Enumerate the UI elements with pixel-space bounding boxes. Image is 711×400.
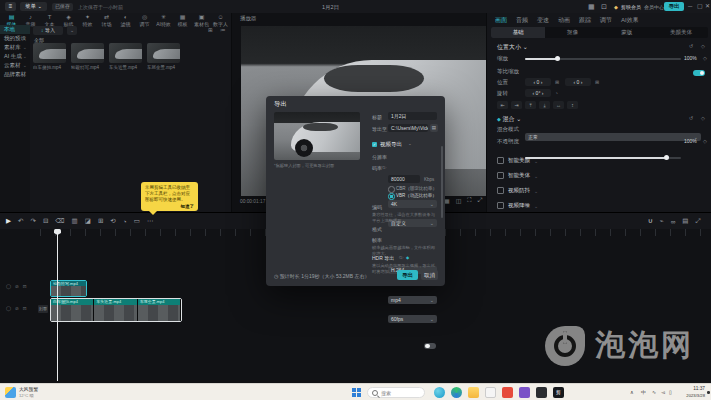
blend-reset-icon[interactable]: ↺ xyxy=(689,115,693,121)
keyframe-icon[interactable]: ◇ xyxy=(701,43,705,49)
inspector-tab[interactable]: 动画 xyxy=(558,16,570,25)
layout-switch-icon[interactable]: ▦ xyxy=(588,3,595,10)
position-x-stepper[interactable]: ‹ 0 › xyxy=(525,78,551,86)
rotate-stepper[interactable]: ‹ 0° › xyxy=(525,89,551,97)
blend-keyframe-icon[interactable]: ◇ xyxy=(701,115,705,121)
inspector-tab[interactable]: 画面 xyxy=(495,16,507,25)
media-tab[interactable]: ▤ 媒体 xyxy=(2,14,21,25)
scale-slider[interactable] xyxy=(525,58,681,60)
video-export-checkbox[interactable]: ✓ xyxy=(372,142,377,147)
uniform-scale-toggle[interactable] xyxy=(693,70,705,76)
sort-icon[interactable]: ≔ xyxy=(220,27,226,33)
collapsed-section[interactable]: 视频降噪 ⌄ xyxy=(497,198,707,212)
media-nav-item[interactable]: 本地 xyxy=(0,25,30,34)
timeline-option-icon[interactable]: ▤ xyxy=(682,217,688,225)
playhead[interactable] xyxy=(57,229,58,381)
maximize-button[interactable]: ▢ xyxy=(697,3,703,10)
timeline-tool-icon[interactable]: ◪ xyxy=(85,217,91,225)
minimize-button[interactable]: ─ xyxy=(688,3,692,10)
section-blend[interactable]: ◆ 混合 ⌄ xyxy=(497,115,521,124)
position-y-keyframe-icon[interactable]: ⊞ xyxy=(595,79,599,85)
scale-slider-knob[interactable] xyxy=(555,56,560,61)
section-checkbox[interactable] xyxy=(497,172,504,179)
vip-center-link[interactable]: 会员中心 xyxy=(644,4,664,10)
input-method-indicator[interactable]: 中 xyxy=(641,389,646,395)
alignment-icon[interactable]: ⤒ xyxy=(525,101,536,109)
media-clip[interactable]: 车头近景.mp4 xyxy=(109,43,142,70)
media-tab[interactable]: ⇄ 转场 xyxy=(97,14,116,25)
taskbar-search[interactable]: 搜索 xyxy=(367,387,425,398)
tooltip-got-it-button[interactable]: 知道了 xyxy=(181,204,195,209)
timeline-tool-icon[interactable]: ↶ xyxy=(18,217,23,225)
timeline-tool-icon[interactable]: ⋯ xyxy=(147,217,154,225)
inspector-subtab[interactable]: 美颜美体 xyxy=(654,27,708,38)
clip-segment[interactable]: 车头近景.mp4 xyxy=(94,299,137,321)
media-clip[interactable]: 白车侧拍.mp4 xyxy=(33,43,66,70)
start-button[interactable] xyxy=(352,388,361,397)
inspector-subtab[interactable]: 基础 xyxy=(491,27,545,38)
scale-keyframe-icon[interactable]: ◇ xyxy=(703,55,707,61)
section-checkbox[interactable] xyxy=(497,202,504,209)
taskbar-app-icon[interactable] xyxy=(536,387,547,398)
timeline-tool-icon[interactable]: ↷ xyxy=(30,217,35,225)
fps-dropdown[interactable]: 60fps xyxy=(388,315,437,323)
title-field-input[interactable]: 1月2日 xyxy=(388,112,437,120)
track-mute-icon[interactable]: ⊘ xyxy=(15,284,19,289)
timeline-clip-main[interactable]: 白车侧拍.mp4 车头近景.mp4 车尾全景.mp4 xyxy=(50,298,182,322)
import-options-button[interactable]: ⌄ xyxy=(67,26,77,35)
section-checkbox[interactable] xyxy=(497,187,504,194)
collapsed-section[interactable]: 智能美颜 ⌄ xyxy=(497,153,707,168)
cover-chip[interactable]: 封面 xyxy=(38,305,48,313)
media-clip[interactable]: 车尾全景.mp4 xyxy=(147,43,180,70)
timeline-tool-icon[interactable]: ⊟ xyxy=(43,217,48,225)
rotate-knob-icon[interactable]: ◔ xyxy=(555,90,558,96)
tray-expand-icon[interactable]: ∧ xyxy=(630,389,634,395)
inspector-tab[interactable]: AI效果 xyxy=(621,16,639,25)
collapsed-section[interactable]: 视频防抖 ⌄ xyxy=(497,183,707,198)
notification-dot[interactable] xyxy=(707,391,710,394)
timeline-option-icon[interactable]: ⤢ xyxy=(695,217,700,225)
alignment-icon[interactable]: ⇥ xyxy=(511,101,522,109)
timeline-option-icon[interactable]: ⌁ xyxy=(660,217,664,225)
panel-adapt-icon[interactable]: ⊡ xyxy=(601,3,607,10)
folder-browse-button[interactable]: ▤ xyxy=(430,124,438,132)
media-tab[interactable]: ✦ 特效 xyxy=(78,14,97,25)
video-section-chevron-icon[interactable]: ⌄ xyxy=(408,141,412,146)
dialog-scrollbar[interactable] xyxy=(441,146,443,218)
media-nav-item[interactable]: 品牌素材 xyxy=(0,70,30,79)
timeline-tool-icon[interactable]: ◔ xyxy=(123,218,127,225)
battery-icon[interactable]: ▯ xyxy=(669,389,672,395)
clip-segment[interactable]: 车尾全景.mp4 xyxy=(138,299,181,321)
taskbar-app-icon[interactable] xyxy=(519,387,530,398)
vip-label[interactable]: 剪映会员 xyxy=(621,4,641,10)
media-nav-item[interactable]: AI 生成 xyxy=(0,52,30,61)
media-tab[interactable]: ☺ 数字人 xyxy=(211,14,230,25)
media-nav-item[interactable]: 云素材 xyxy=(0,61,30,70)
weather-title[interactable]: 大风预警 xyxy=(19,386,38,392)
timeline-tool-icon[interactable]: ▭ xyxy=(134,217,140,225)
export-cover-thumbnail[interactable] xyxy=(274,112,360,160)
media-tab[interactable]: ♪ 音频 xyxy=(21,14,40,25)
media-tab[interactable]: ◐ 滤镜 xyxy=(116,14,135,25)
timeline-clip-top[interactable]: 轮毂特写.mp4 xyxy=(50,280,87,297)
section-position-size[interactable]: 位置大小 ⌄ xyxy=(497,43,528,52)
bitrate-info-icon[interactable]: ⓘ xyxy=(382,165,386,170)
alignment-icon[interactable]: ↕ xyxy=(567,101,578,109)
hdr-toggle[interactable] xyxy=(424,343,436,349)
collapsed-section[interactable]: 智能美体 ⌄ xyxy=(497,168,707,183)
inspector-tab[interactable]: 音频 xyxy=(516,16,528,25)
export-confirm-button[interactable]: 导出 xyxy=(397,270,418,280)
taskbar-app-icon[interactable]: 剪 xyxy=(553,387,564,398)
player-control-icon[interactable]: ⛶ xyxy=(467,197,471,204)
inspector-tab[interactable]: 跟踪 xyxy=(579,16,591,25)
cbr-radio[interactable] xyxy=(388,186,395,193)
volume-icon[interactable]: ◅ xyxy=(661,389,665,395)
import-button[interactable]: ↓ 导入 xyxy=(33,26,63,35)
inspector-subtab[interactable]: 蒙版 xyxy=(600,27,654,38)
timeline-tool-icon[interactable]: ⊞ xyxy=(98,217,103,225)
track-lock-icon[interactable]: ⊡ xyxy=(23,284,27,289)
alignment-icon[interactable]: ⤓ xyxy=(539,101,550,109)
hdr-info-icon[interactable]: ⓘ xyxy=(399,255,403,260)
timeline-option-icon[interactable]: ∞ xyxy=(671,218,676,225)
media-tab[interactable]: ✳ AI特效 xyxy=(154,14,173,25)
